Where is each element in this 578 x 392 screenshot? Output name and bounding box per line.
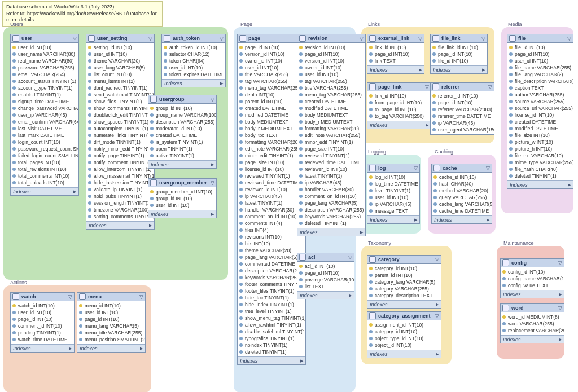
column-row[interactable]: reviewer_id INT(10) bbox=[238, 186, 305, 193]
column-row[interactable]: category_lang VARCHAR(5) bbox=[367, 279, 441, 285]
column-row[interactable]: list_count INT(10) bbox=[86, 71, 154, 78]
dropdown-icon[interactable]: ▽ bbox=[68, 294, 72, 299]
column-row[interactable]: cache_id INT(10) bbox=[432, 174, 492, 180]
column-row[interactable]: user_ip VARCHAR(45) bbox=[11, 112, 78, 118]
table-word[interactable]: word▽word_id MEDIUMINT(8)word VARCHAR(25… bbox=[500, 303, 564, 343]
table-user_setting[interactable]: user_setting▽setting_id INT(10)user_id I… bbox=[86, 34, 155, 230]
column-row[interactable]: numerate_links TINYINT(1) bbox=[86, 132, 154, 139]
column-row[interactable]: category_description TEXT bbox=[367, 292, 441, 299]
indexes-bar[interactable]: Indexes bbox=[77, 344, 145, 352]
column-row[interactable]: created DATETIME bbox=[507, 118, 573, 125]
column-row[interactable]: tag VARCHAR(255) bbox=[297, 78, 365, 85]
column-row[interactable]: owner_id INT(10) bbox=[238, 58, 305, 64]
indexes-bar[interactable]: Indexes bbox=[148, 210, 216, 218]
column-row[interactable]: page_size INT(10) bbox=[297, 146, 365, 152]
table-header[interactable]: auth_token▽ bbox=[162, 34, 225, 43]
indexes-bar[interactable]: Indexes bbox=[11, 344, 74, 352]
column-row[interactable]: total_revisions INT(10) bbox=[11, 166, 78, 173]
column-row[interactable]: from_page_id INT(10) bbox=[367, 99, 431, 106]
table-header[interactable]: revision▽ bbox=[297, 34, 365, 43]
table-revision[interactable]: revision▽revision_id INT(10)page_id INT(… bbox=[297, 34, 366, 236]
table-usergroup[interactable]: usergroup▽group_id INT(10)group_name VAR… bbox=[148, 95, 217, 169]
column-row[interactable]: user_id INT(10) bbox=[507, 58, 573, 64]
column-row[interactable]: selector CHAR(12) bbox=[162, 51, 225, 58]
column-row[interactable]: parent_id INT(10) bbox=[367, 272, 441, 279]
column-row[interactable]: title VARCHAR(255) bbox=[297, 85, 365, 91]
column-row[interactable]: license_id INT(10) bbox=[507, 112, 573, 118]
table-header[interactable]: file▽ bbox=[507, 34, 573, 43]
column-row[interactable]: group_id INT(10) bbox=[148, 195, 216, 202]
column-row[interactable]: referrer_time DATETIME bbox=[431, 113, 494, 120]
column-row[interactable]: link TEXT bbox=[367, 58, 424, 64]
column-row[interactable]: replacement VARCHAR(255) bbox=[501, 327, 564, 334]
column-row[interactable]: picture_h INT(10) bbox=[507, 146, 573, 152]
column-row[interactable]: user_lang VARCHAR(5) bbox=[86, 64, 154, 71]
column-row[interactable]: page_id INT(10) bbox=[77, 316, 145, 323]
column-row[interactable]: hide_index TINYINT(1) bbox=[238, 301, 305, 308]
column-row[interactable]: body_r MEDIUMTEXT bbox=[297, 118, 365, 125]
column-row[interactable]: minor_edit TINYINT(1) bbox=[238, 152, 305, 159]
column-row[interactable]: to_page_id INT(10) bbox=[367, 106, 431, 113]
column-row[interactable]: menu_id INT(10) bbox=[77, 302, 145, 309]
column-row[interactable]: group_member_id INT(10) bbox=[148, 188, 216, 195]
dropdown-icon[interactable]: ▽ bbox=[488, 84, 492, 90]
indexes-bar[interactable]: Indexes bbox=[11, 187, 78, 195]
indexes-bar[interactable]: Indexes bbox=[501, 290, 564, 298]
column-row[interactable]: sorting_comments TINYINT(1) bbox=[86, 213, 154, 220]
table-category[interactable]: category▽category_id INT(10)parent_id IN… bbox=[367, 255, 441, 309]
column-row[interactable]: body_r MEDIUMTEXT bbox=[238, 125, 305, 132]
table-header[interactable]: menu▽ bbox=[77, 293, 145, 301]
dropdown-icon[interactable]: ▽ bbox=[435, 257, 439, 262]
indexes-bar[interactable]: Indexes bbox=[367, 215, 419, 223]
column-row[interactable]: password_request_count SMALLINT(6) bbox=[11, 146, 78, 152]
column-row[interactable]: to_tag VARCHAR(250) bbox=[367, 113, 431, 120]
column-row[interactable]: object_type_id INT(10) bbox=[367, 335, 441, 342]
column-row[interactable]: noindex TINYINT(1) bbox=[238, 342, 305, 349]
indexes-bar[interactable]: Indexes bbox=[297, 291, 354, 299]
column-row[interactable]: file_hash CHAR(40) bbox=[507, 166, 573, 173]
table-category_assignment[interactable]: category_assignment▽assignment_id INT(10… bbox=[367, 311, 441, 358]
column-row[interactable]: user_id INT(10) bbox=[162, 64, 225, 71]
column-row[interactable]: email_confirm VARCHAR(64) bbox=[11, 118, 78, 125]
indexes-bar[interactable]: Indexes bbox=[238, 356, 305, 364]
column-row[interactable]: hide_toc TINYINT(1) bbox=[238, 294, 305, 301]
column-row[interactable]: account_type TINYINT(1) bbox=[11, 85, 78, 91]
column-row[interactable]: handler VARCHAR(30) bbox=[297, 186, 365, 193]
column-row[interactable]: footer_comments TINYINT(1) bbox=[238, 281, 305, 288]
table-usergroup_member[interactable]: usergroup_member▽group_member_id INT(10)… bbox=[148, 178, 217, 218]
column-row[interactable]: handler VARCHAR(30) bbox=[238, 206, 305, 213]
column-row[interactable]: last_visit DATETIME bbox=[11, 125, 78, 132]
column-row[interactable]: auth_token_id INT(10) bbox=[162, 44, 225, 51]
column-row[interactable]: menu_tag VARCHAR(255) bbox=[238, 85, 305, 91]
column-row[interactable]: depth INT(10) bbox=[238, 91, 305, 98]
column-row[interactable]: commented DATETIME bbox=[238, 261, 305, 267]
column-row[interactable]: revisions INT(10) bbox=[238, 234, 305, 240]
column-row[interactable]: allow_massemail TINYINT(1) bbox=[86, 173, 154, 179]
dropdown-icon[interactable]: ▽ bbox=[425, 84, 429, 90]
column-row[interactable]: cache_lang VARCHAR(5) bbox=[432, 201, 492, 208]
column-row[interactable]: page_size INT(10) bbox=[238, 159, 305, 166]
dropdown-icon[interactable]: ▽ bbox=[348, 254, 352, 260]
column-row[interactable]: allow_intercom TINYINT(1) bbox=[86, 166, 154, 173]
column-row[interactable]: caption TEXT bbox=[507, 85, 573, 91]
table-header[interactable]: usergroup_member▽ bbox=[148, 179, 216, 187]
dropdown-icon[interactable]: ▽ bbox=[139, 294, 143, 299]
column-row[interactable]: parent_id INT(10) bbox=[238, 98, 305, 105]
column-row[interactable]: page_id INT(10) bbox=[367, 51, 424, 58]
column-row[interactable]: comment_on_id INT(10) bbox=[297, 193, 365, 200]
table-external_link[interactable]: external_link▽link_id INT(10)page_id INT… bbox=[367, 34, 424, 74]
dropdown-icon[interactable]: ▽ bbox=[360, 36, 364, 41]
column-row[interactable]: disable_safehtml TINYINT(1) bbox=[238, 328, 305, 335]
column-row[interactable]: owner_id INT(10) bbox=[297, 64, 365, 71]
column-row[interactable]: file_name VARCHAR(255) bbox=[507, 64, 573, 71]
column-row[interactable]: comment_on_id INT(10) bbox=[238, 213, 305, 220]
table-header[interactable]: category_assignment▽ bbox=[367, 312, 441, 320]
column-row[interactable]: page_id INT(10) bbox=[431, 99, 494, 106]
column-row[interactable]: hits INT(10) bbox=[238, 240, 305, 247]
column-row[interactable]: pending TINYINT(1) bbox=[11, 329, 74, 336]
column-row[interactable]: noid_pubs TINYINT(1) bbox=[86, 193, 154, 200]
column-row[interactable]: notify_comment TINYINT(1) bbox=[86, 159, 154, 166]
column-row[interactable]: reviewed TINYINT(1) bbox=[238, 173, 305, 179]
indexes-bar[interactable]: Indexes bbox=[148, 160, 216, 168]
table-header[interactable]: category▽ bbox=[367, 256, 441, 264]
